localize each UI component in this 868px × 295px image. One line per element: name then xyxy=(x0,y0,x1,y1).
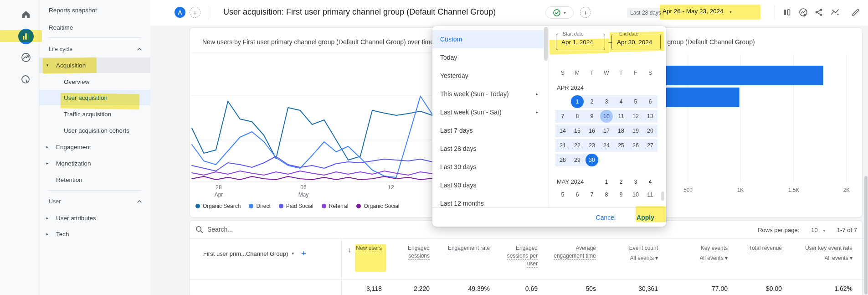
calendar-day[interactable]: 5 xyxy=(628,95,643,108)
chevron-up-icon[interactable] xyxy=(137,200,142,203)
calendar-day[interactable]: 3 xyxy=(628,176,643,188)
calendar-day[interactable]: 8 xyxy=(570,110,585,123)
menu-item-last-week-sun-sat-[interactable]: Last week (Sun - Sat)▸ xyxy=(432,103,544,121)
calendar-day[interactable]: 23 xyxy=(585,139,599,152)
page-scrollbar[interactable] xyxy=(864,26,868,295)
calendar-day[interactable]: 26 xyxy=(628,139,643,152)
calendar-day[interactable]: 22 xyxy=(570,139,585,152)
calendar-day[interactable]: 2 xyxy=(585,95,599,108)
share-icon[interactable] xyxy=(814,8,823,17)
column-header-average-engagement-time[interactable]: Average engagement time xyxy=(550,244,596,260)
cancel-button[interactable]: Cancel xyxy=(593,213,619,222)
column-header-new-users[interactable]: New users xyxy=(354,244,382,252)
calendar-day[interactable]: 16 xyxy=(585,124,599,137)
calendar-day[interactable]: 27 xyxy=(643,139,657,152)
calendar-day[interactable]: 6 xyxy=(643,95,657,108)
calendar-day-today[interactable]: 10 xyxy=(600,110,613,123)
expand-arrow-icon[interactable]: ▸ xyxy=(45,216,50,220)
calendar-day[interactable]: 21 xyxy=(555,139,570,152)
calendar-day[interactable]: 10 xyxy=(628,188,643,201)
edit-icon[interactable] xyxy=(851,8,860,17)
apply-button[interactable]: Apply xyxy=(634,213,657,222)
date-range-selector[interactable]: Apr 26 - May 23, 2024 ▾ xyxy=(663,8,732,15)
expand-arrow-icon[interactable]: ▸ xyxy=(45,145,50,149)
calendar-scrollbar[interactable] xyxy=(661,191,664,201)
metric-filter-select[interactable]: All events ▾ xyxy=(606,254,658,262)
menu-item-last-28-days[interactable]: Last 28 days xyxy=(432,140,544,158)
calendar-day[interactable]: 7 xyxy=(585,188,599,201)
sparkline-insights-icon[interactable] xyxy=(831,8,840,17)
calendar-day[interactable]: 11 xyxy=(643,188,657,201)
sidebar-item-user-acquisition-cohorts[interactable]: User acquisition cohorts xyxy=(39,123,150,138)
calendar-day-selected[interactable]: 1 xyxy=(571,95,584,108)
calendar-day[interactable]: 25 xyxy=(614,139,628,152)
search-input[interactable]: Search... xyxy=(207,226,233,233)
calendar-day[interactable]: 4 xyxy=(643,176,657,188)
calendar-day[interactable]: 1 xyxy=(599,176,614,188)
column-header-user-key-event-rate[interactable]: User key event rateAll events ▾ xyxy=(802,244,853,262)
column-header-total-revenue[interactable]: Total revenue xyxy=(748,244,782,252)
calendar-day[interactable]: 12 xyxy=(628,110,643,123)
column-header-engagement-rate[interactable]: Engagement rate xyxy=(444,244,490,252)
sidebar-item-retention[interactable]: Retention xyxy=(39,172,150,187)
calendar-day[interactable]: 18 xyxy=(614,124,628,137)
column-header-event-count[interactable]: Event countAll events ▾ xyxy=(606,244,658,262)
explore-icon[interactable] xyxy=(21,52,31,63)
calendar-day[interactable]: 14 xyxy=(555,124,570,137)
menu-item-last-30-days[interactable]: Last 30 days xyxy=(432,158,544,176)
calendar-day[interactable]: 4 xyxy=(614,95,628,108)
compare-icon[interactable] xyxy=(782,8,791,17)
expand-arrow-icon[interactable]: ▸ xyxy=(45,161,50,166)
calendar-day[interactable]: 13 xyxy=(643,110,657,123)
add-dimension-icon[interactable]: + xyxy=(301,248,306,259)
menu-item-this-week-sun-today-[interactable]: This week (Sun - Today)▸ xyxy=(432,85,544,103)
home-icon[interactable] xyxy=(21,9,31,20)
menu-item-custom[interactable]: Custom xyxy=(432,30,544,48)
calendar-day[interactable]: 9 xyxy=(614,188,628,201)
sort-descending-icon[interactable]: ↓ xyxy=(348,246,352,254)
menu-scrollbar[interactable] xyxy=(544,27,548,61)
calendar-day[interactable]: 15 xyxy=(570,124,585,137)
insights-icon[interactable] xyxy=(799,8,808,17)
calendar-day[interactable]: 2 xyxy=(614,176,628,188)
sidebar-item-reports-snapshot[interactable]: Reports snapshot xyxy=(39,2,150,18)
menu-item-yesterday[interactable]: Yesterday xyxy=(432,67,544,85)
sidebar-item-overview[interactable]: Overview xyxy=(39,74,150,89)
calendar-day[interactable]: 6 xyxy=(570,188,585,201)
calendar-day[interactable]: 19 xyxy=(628,124,643,137)
rows-per-page-select[interactable]: 10 ▾ xyxy=(811,227,825,233)
sidebar-item-tech[interactable]: Tech▸ xyxy=(39,226,150,242)
calendar-day[interactable]: 29 xyxy=(570,154,585,166)
sidebar-item-user-acquisition[interactable]: User acquisition xyxy=(39,90,150,105)
advertising-icon[interactable] xyxy=(21,74,31,85)
calendar-day[interactable]: 17 xyxy=(599,124,614,137)
chevron-up-icon[interactable] xyxy=(137,47,142,51)
sidebar-item-monetization[interactable]: Monetization▸ xyxy=(39,155,150,171)
sidebar-item-engagement[interactable]: Engagement▸ xyxy=(39,139,150,155)
calendar-day[interactable]: 7 xyxy=(555,110,570,123)
menu-item-today[interactable]: Today xyxy=(432,48,544,67)
sidebar-item-traffic-acquisition[interactable]: Traffic acquisition xyxy=(39,106,150,122)
calendar-day[interactable]: 9 xyxy=(585,110,599,123)
collapse-arrow-icon[interactable]: ▾ xyxy=(45,63,50,67)
expand-arrow-icon[interactable]: ▸ xyxy=(45,232,50,236)
calendar-day[interactable]: 28 xyxy=(555,154,570,166)
menu-item-last-90-days[interactable]: Last 90 days xyxy=(432,176,544,194)
sidebar-item-acquisition[interactable]: Acquisition▾ xyxy=(39,57,150,73)
avatar[interactable]: A xyxy=(175,7,185,18)
column-header-engaged-sessions-per-user[interactable]: Engaged sessions per user xyxy=(503,244,538,268)
add-report-item-button[interactable]: + xyxy=(580,7,591,18)
metric-filter-select[interactable]: All events ▾ xyxy=(802,254,853,262)
calendar-day-selected[interactable]: 30 xyxy=(586,154,598,166)
report-status-button[interactable]: ▾ xyxy=(545,6,574,19)
calendar-day[interactable]: 3 xyxy=(599,95,614,108)
calendar-day[interactable]: 24 xyxy=(599,139,614,152)
calendar-day[interactable]: 8 xyxy=(599,188,614,201)
calendar-day[interactable]: 20 xyxy=(643,124,657,137)
calendar-day[interactable]: 11 xyxy=(614,110,628,123)
calendar-day[interactable]: 5 xyxy=(555,188,570,201)
sidebar-item-user-attributes[interactable]: User attributes▸ xyxy=(39,210,150,226)
dimension-column-header[interactable]: First user prim...Channel Group) ▾ + xyxy=(203,248,306,259)
column-header-key-events[interactable]: Key eventsAll events ▾ xyxy=(675,244,728,262)
metric-filter-select[interactable]: All events ▾ xyxy=(675,254,728,262)
